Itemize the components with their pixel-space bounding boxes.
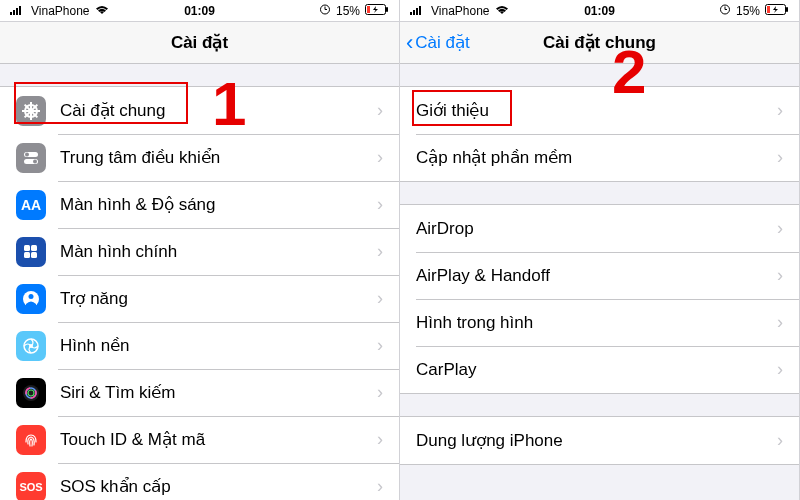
svg-rect-45 <box>767 6 770 13</box>
svg-rect-24 <box>24 245 30 251</box>
wifi-icon <box>95 4 109 18</box>
row-label: Trợ năng <box>60 288 363 309</box>
back-button[interactable]: ‹ Cài đặt <box>406 32 470 54</box>
nav-header: ‹ Cài đặt Cài đặt chung <box>400 22 799 64</box>
row-label: SOS khẩn cấp <box>60 476 363 497</box>
wallpaper-icon <box>16 331 46 361</box>
chevron-right-icon: › <box>377 194 383 215</box>
carrier-label: VinaPhone <box>31 4 90 18</box>
row-label: Hình trong hình <box>416 313 763 333</box>
chevron-right-icon: › <box>377 335 383 356</box>
general-row[interactable]: CarPlay › <box>400 346 799 393</box>
wifi-icon <box>495 4 509 18</box>
row-label: Dung lượng iPhone <box>416 430 763 451</box>
general-settings-list: Giới thiệu › Cập nhật phần mềm › AirDrop… <box>400 86 799 465</box>
svg-rect-37 <box>413 10 415 15</box>
row-label: Cập nhật phần mềm <box>416 147 763 168</box>
sos-icon: SOS <box>16 472 46 501</box>
settings-list: Cài đặt chung › Trung tâm điều khiển › A… <box>0 86 399 500</box>
svg-rect-8 <box>386 7 388 12</box>
aa-icon: AA <box>16 190 46 220</box>
carrier-label: VinaPhone <box>431 4 490 18</box>
settings-row[interactable]: Màn hình chính › <box>0 228 399 275</box>
svg-point-23 <box>33 159 37 163</box>
nav-header: Cài đặt <box>0 22 399 64</box>
chevron-right-icon: › <box>777 147 783 168</box>
chevron-right-icon: › <box>777 218 783 239</box>
settings-row[interactable]: AA Màn hình & Độ sáng › <box>0 181 399 228</box>
svg-rect-39 <box>419 6 421 15</box>
chevron-right-icon: › <box>377 476 383 497</box>
general-row[interactable]: Dung lượng iPhone › <box>400 417 799 464</box>
svg-rect-2 <box>16 8 18 15</box>
svg-rect-25 <box>31 245 37 251</box>
battery-icon <box>765 4 789 18</box>
chevron-right-icon: › <box>777 100 783 121</box>
row-label: AirDrop <box>416 219 763 239</box>
settings-row[interactable]: Trung tâm điều khiển › <box>0 134 399 181</box>
row-label: Cài đặt chung <box>60 100 363 121</box>
chevron-left-icon: ‹ <box>406 32 413 54</box>
settings-row[interactable]: SOS SOS khẩn cấp › <box>0 463 399 500</box>
svg-rect-38 <box>416 8 418 15</box>
chevron-right-icon: › <box>377 100 383 121</box>
list-section: AirDrop › AirPlay & Handoff › Hình trong… <box>400 204 799 394</box>
general-row[interactable]: AirPlay & Handoff › <box>400 252 799 299</box>
row-label: Touch ID & Mật mã <box>60 429 363 450</box>
signal-icon <box>10 4 26 18</box>
general-row[interactable]: Giới thiệu › <box>400 87 799 134</box>
signal-icon <box>410 4 426 18</box>
settings-row[interactable]: Trợ năng › <box>0 275 399 322</box>
settings-row[interactable]: Hình nền › <box>0 322 399 369</box>
status-bar: VinaPhone 01:09 15% <box>0 0 399 22</box>
svg-rect-26 <box>24 252 30 258</box>
row-label: Giới thiệu <box>416 100 763 121</box>
page-title: Cài đặt <box>171 32 228 53</box>
chevron-right-icon: › <box>777 359 783 380</box>
general-row[interactable]: Hình trong hình › <box>400 299 799 346</box>
general-row[interactable]: Cập nhật phần mềm › <box>400 134 799 181</box>
chevron-right-icon: › <box>377 288 383 309</box>
chevron-right-icon: › <box>377 429 383 450</box>
svg-rect-44 <box>786 7 788 12</box>
battery-percent: 15% <box>336 4 360 18</box>
svg-rect-36 <box>410 12 412 15</box>
siri-icon <box>16 378 46 408</box>
switches-icon <box>16 143 46 173</box>
phone-settings-general: VinaPhone 01:09 15% ‹ Cài đặt Cài đặt ch… <box>400 0 800 500</box>
general-row[interactable]: AirDrop › <box>400 205 799 252</box>
status-bar: VinaPhone 01:09 15% <box>400 0 799 22</box>
svg-point-21 <box>25 152 29 156</box>
back-label: Cài đặt <box>415 32 469 53</box>
svg-rect-1 <box>13 10 15 15</box>
battery-percent: 15% <box>736 4 760 18</box>
row-label: Trung tâm điều khiển <box>60 147 363 168</box>
gear-icon <box>16 96 46 126</box>
chevron-right-icon: › <box>777 265 783 286</box>
battery-icon <box>365 4 389 18</box>
chevron-right-icon: › <box>777 430 783 451</box>
chevron-right-icon: › <box>377 382 383 403</box>
svg-point-29 <box>29 294 34 299</box>
clock-time: 01:09 <box>184 4 215 18</box>
svg-rect-27 <box>31 252 37 258</box>
row-label: Hình nền <box>60 335 363 356</box>
grid-icon <box>16 237 46 267</box>
row-label: Màn hình & Độ sáng <box>60 194 363 215</box>
list-section: Giới thiệu › Cập nhật phần mềm › <box>400 86 799 182</box>
chevron-right-icon: › <box>777 312 783 333</box>
settings-row[interactable]: Cài đặt chung › <box>0 87 399 134</box>
svg-rect-9 <box>367 6 370 13</box>
svg-rect-3 <box>19 6 21 15</box>
chevron-right-icon: › <box>377 147 383 168</box>
fingerprint-icon <box>16 425 46 455</box>
list-section: Dung lượng iPhone › <box>400 416 799 465</box>
row-label: CarPlay <box>416 360 763 380</box>
alarm-icon <box>319 3 331 18</box>
svg-rect-0 <box>10 12 12 15</box>
row-label: Siri & Tìm kiếm <box>60 382 363 403</box>
row-label: Màn hình chính <box>60 242 363 262</box>
settings-row[interactable]: Touch ID & Mật mã › <box>0 416 399 463</box>
settings-row[interactable]: Siri & Tìm kiếm › <box>0 369 399 416</box>
chevron-right-icon: › <box>377 241 383 262</box>
